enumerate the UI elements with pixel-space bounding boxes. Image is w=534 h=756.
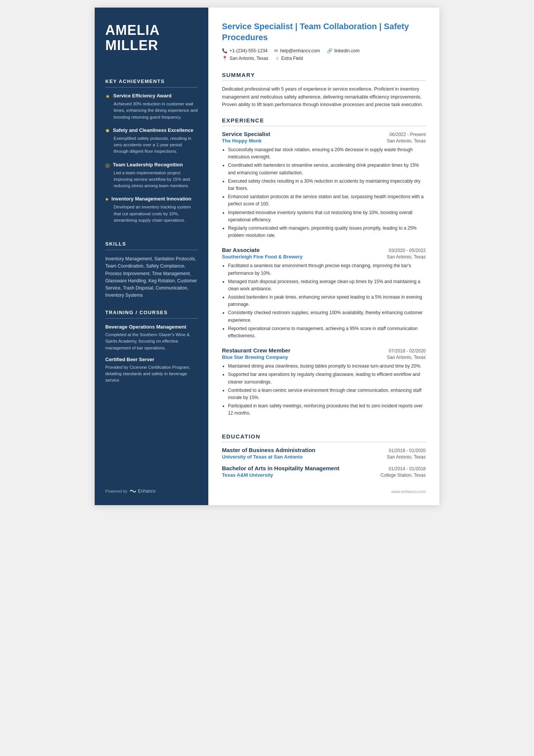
- achievement-item: ♥ Inventory Management Innovation Develo…: [105, 196, 198, 224]
- bullet-item: Consistently checked restroom supplies, …: [228, 309, 426, 324]
- skills-divider: [105, 250, 198, 250]
- contact-website: 🔗 linkedin.com: [327, 48, 360, 53]
- experience-item: Bar Associate 03/2020 - 05/2022 Southerl…: [222, 247, 426, 340]
- achievement-desc: Led a team implementation project improv…: [105, 170, 198, 189]
- experience-title: EXPERIENCE: [222, 117, 426, 124]
- education-item: Master of Business Administration 01/201…: [222, 447, 426, 460]
- contact-row-2: 📍 San Antonio, Texas ☆ Extra Field: [222, 56, 426, 61]
- achievement-item: ★ Service Efficiency Award Achieved 30% …: [105, 93, 198, 121]
- training-desc: Provided by Cicerone Certification Progr…: [105, 364, 198, 384]
- main-content: Service Specialist | Team Collaboration …: [208, 8, 439, 505]
- main-headline: Service Specialist | Team Collaboration …: [222, 21, 426, 43]
- email-icon: ✉: [274, 48, 278, 53]
- education-item: Bachelor of Arts in Hospitality Manageme…: [222, 465, 426, 478]
- bullet-item: Facilitated a seamless bar environment t…: [228, 262, 426, 277]
- sidebar-footer: Powered by Enhancv: [105, 481, 198, 494]
- contact-extra: ☆ Extra Field: [275, 56, 303, 61]
- main-footer: www.enhancv.com: [222, 483, 426, 494]
- exp-location: San Antonio, Texas: [387, 355, 426, 360]
- location-icon: 📍: [222, 56, 228, 61]
- edu-school: University of Texas at San Antonio: [222, 454, 303, 460]
- achievement-title: Team Leadership Recognition: [113, 162, 183, 168]
- website-url: linkedin.com: [334, 48, 360, 53]
- skills-section-title: SKILLS: [105, 241, 198, 247]
- contact-phone: 📞 +1-(234)-555-1234: [222, 48, 267, 53]
- training-item: Certified Beer Server Provided by Cicero…: [105, 357, 198, 384]
- achievements-divider: [105, 87, 198, 88]
- exp-title: Bar Associate: [222, 247, 260, 253]
- powered-by-label: Powered by: [105, 489, 127, 493]
- bullet-item: Coordinated with bartenders to streamlin…: [228, 162, 426, 176]
- contact-row: 📞 +1-(234)-555-1234 ✉ help@enhancv.com 🔗…: [222, 48, 426, 53]
- training-item: Beverage Operations Management Completed…: [105, 324, 198, 351]
- contact-email: ✉ help@enhancv.com: [274, 48, 320, 53]
- achievement-item: ◎ Team Leadership Recognition Led a team…: [105, 162, 198, 189]
- exp-company: The Hoppy Monk: [222, 138, 262, 144]
- exp-company: Blue Star Brewing Company: [222, 354, 288, 360]
- bullet-item: Enhanced sanitation protocols at the ser…: [228, 193, 426, 208]
- training-desc: Completed at the Southern Glazer's Wine …: [105, 332, 198, 351]
- training-section-title: TRAINING / COURSES: [105, 310, 198, 315]
- enhancv-logo: Enhancv: [130, 488, 156, 494]
- achievement-desc: Developed an inventory tracking system t…: [105, 204, 198, 224]
- achievement-icon: ★: [105, 93, 110, 99]
- bullet-item: Managed trash disposal processes, reduci…: [228, 278, 426, 293]
- edu-location: College Station, Texas: [381, 473, 426, 478]
- location-text: San Antonio, Texas: [230, 56, 269, 61]
- name-line2: MILLER: [105, 38, 158, 53]
- achievements-list: ★ Service Efficiency Award Achieved 30% …: [105, 93, 198, 230]
- exp-company: Southerleigh Fine Food & Brewery: [222, 254, 303, 260]
- bullet-item: Participated in team safety meetings, re…: [228, 402, 426, 417]
- summary-title: SUMMARY: [222, 72, 426, 78]
- exp-dates: 03/2020 - 05/2022: [389, 248, 426, 253]
- training-title: Beverage Operations Management: [105, 324, 198, 330]
- bullet-item: Maintained dining area cleanliness, busi…: [228, 363, 426, 370]
- name-line1: AMELIA: [105, 22, 160, 38]
- experience-divider: [222, 126, 426, 126]
- exp-dates: 07/2018 - 02/2020: [389, 348, 426, 354]
- extra-field: Extra Field: [281, 56, 303, 61]
- email-address: help@enhancv.com: [280, 48, 320, 53]
- contact-location: 📍 San Antonio, Texas: [222, 56, 269, 61]
- training-list: Beverage Operations Management Completed…: [105, 324, 198, 389]
- footer-website: www.enhancv.com: [391, 489, 426, 494]
- education-divider: [222, 442, 426, 442]
- achievement-icon: ◎: [105, 162, 110, 168]
- bullet-item: Contributed to a team-centric service en…: [228, 387, 426, 401]
- achievement-icon: ✸: [105, 128, 110, 134]
- bullet-item: Implemented innovative inventory systems…: [228, 209, 426, 224]
- star-icon: ☆: [275, 56, 279, 61]
- bullet-item: Successfully managed bar stock rotation,…: [228, 146, 426, 161]
- summary-divider: [222, 80, 426, 81]
- experience-item: Restaurant Crew Member 07/2018 - 02/2020…: [222, 347, 426, 417]
- exp-bullets: Maintained dining area cleanliness, busi…: [222, 363, 426, 417]
- exp-dates: 06/2022 - Present: [390, 132, 426, 137]
- exp-bullets: Successfully managed bar stock rotation,…: [222, 146, 426, 239]
- summary-text: Dedicated professional with 5 years of e…: [222, 85, 426, 109]
- achievement-title: Safety and Cleanliness Excellence: [113, 127, 193, 134]
- brand-name: Enhancv: [138, 488, 156, 494]
- achievement-icon: ♥: [105, 196, 108, 202]
- education-title: EDUCATION: [222, 433, 426, 440]
- achievement-desc: Achieved 30% reduction in customer wait …: [105, 101, 198, 121]
- bullet-item: Assisted bartenders in peak times, enhan…: [228, 294, 426, 308]
- edu-location: San Antonio, Texas: [387, 454, 426, 460]
- training-title: Certified Beer Server: [105, 357, 198, 363]
- achievements-section-title: KEY ACHIEVEMENTS: [105, 78, 198, 84]
- edu-degree: Bachelor of Arts in Hospitality Manageme…: [222, 465, 339, 471]
- phone-number: +1-(234)-555-1234: [230, 48, 267, 53]
- exp-title: Service Specialist: [222, 131, 270, 137]
- edu-dates: 01/2018 - 01/2020: [389, 448, 426, 453]
- bullet-item: Reported operational concerns to managem…: [228, 325, 426, 340]
- achievement-title: Inventory Management Innovation: [111, 196, 191, 202]
- training-divider: [105, 318, 198, 319]
- achievement-title: Service Efficiency Award: [113, 93, 172, 99]
- edu-school: Texas A&M University: [222, 472, 273, 478]
- skills-text: Inventory Management, Sanitation Protoco…: [105, 255, 198, 299]
- exp-bullets: Facilitated a seamless bar environment t…: [222, 262, 426, 340]
- exp-location: San Antonio, Texas: [387, 254, 426, 260]
- edu-dates: 01/2014 - 01/2018: [389, 466, 426, 471]
- experience-item: Service Specialist 06/2022 - Present The…: [222, 131, 426, 239]
- bullet-item: Supported bar area operations by regular…: [228, 371, 426, 385]
- candidate-name: AMELIA MILLER: [105, 23, 198, 53]
